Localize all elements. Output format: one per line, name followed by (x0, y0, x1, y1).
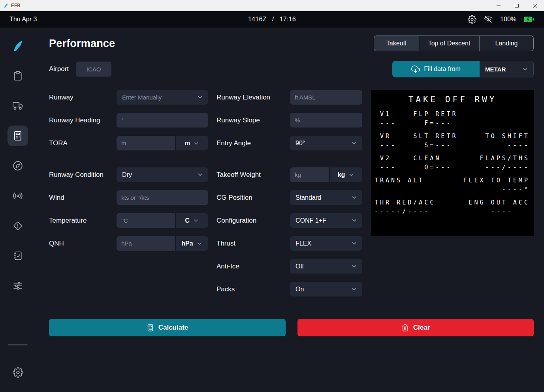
close-button[interactable] (526, 0, 544, 11)
sidebar-item-checklist[interactable] (8, 246, 28, 266)
minimize-icon (497, 6, 501, 6)
mcdu-title: TAKE OFF RWY (375, 95, 531, 104)
takeoff-weight-field: kg (290, 167, 362, 182)
tora-unit-value: m (184, 140, 190, 147)
gear-icon (13, 367, 23, 378)
runway-label: Runway (49, 90, 117, 105)
fill-source-value: METAR (485, 66, 506, 73)
packs-label: Packs (208, 282, 290, 296)
mcdu-v1-row: V1 FLP RETR --- F=--- (375, 110, 531, 128)
runway-heading-input[interactable] (117, 113, 208, 128)
chevron-down-icon (351, 217, 358, 224)
sidebar-item-alerts[interactable] (8, 216, 28, 236)
qnh-field: hPa (117, 236, 208, 251)
cg-position-select[interactable]: Standard (290, 190, 362, 205)
anti-ice-value: Off (296, 263, 304, 270)
calculate-button[interactable]: Calculate (49, 319, 286, 336)
runway-elevation-input[interactable] (290, 90, 362, 105)
configuration-select[interactable]: CONF 1+F (290, 213, 362, 228)
sidebar-item-settings[interactable] (8, 362, 28, 383)
chevron-down-icon (351, 263, 358, 270)
chevron-down-icon (351, 286, 358, 293)
cg-position-value: Standard (296, 194, 321, 201)
anti-ice-select[interactable]: Off (290, 259, 362, 274)
mcdu-vr-row: VR SLT RETR TO SHIFT --- S=--- ---- (375, 132, 531, 150)
close-icon (533, 4, 537, 8)
airport-label: Airport (49, 65, 69, 73)
page-title: Performance (49, 38, 115, 50)
qnh-input[interactable] (117, 236, 175, 251)
calculator-icon (147, 324, 154, 332)
cloud-download-icon (411, 65, 420, 73)
sidebar-item-radio[interactable] (8, 186, 28, 206)
sidebar-divider (8, 344, 28, 345)
calculator-icon (13, 131, 23, 141)
clear-button[interactable]: Clear (297, 319, 534, 336)
logo-wing-icon (11, 38, 24, 53)
tora-field: m (117, 136, 208, 150)
chevron-down-icon (351, 240, 358, 247)
runway-condition-label: Runway Condition (49, 167, 117, 182)
mcdu-thr-red-row: THR RED/ACC ENG OUT ACC -----/---- ---- (375, 198, 531, 216)
temperature-field: C (117, 213, 208, 228)
performance-form: Runway Enter Manually Runway Elevation R… (49, 90, 362, 296)
maximize-icon (515, 4, 519, 8)
sidebar-item-navigation[interactable] (8, 156, 28, 176)
chevron-down-icon (197, 171, 203, 178)
temperature-input[interactable] (117, 213, 175, 228)
status-bar: Thu Apr 3 1416Z/17:16 100% (0, 11, 544, 28)
truck-icon (13, 101, 23, 111)
airport-icao-input[interactable]: ICAO (76, 62, 111, 77)
takeoff-weight-input[interactable] (290, 167, 329, 182)
qnh-unit-select[interactable]: hPa (175, 236, 208, 251)
maximize-button[interactable] (508, 0, 526, 11)
wind-input[interactable] (117, 190, 208, 205)
tab-takeoff[interactable]: Takeoff (374, 36, 419, 51)
chevron-down-icon (196, 240, 203, 247)
takeoff-weight-unit-value: kg (338, 171, 345, 178)
qnh-unit-value: hPa (181, 240, 193, 247)
wind-label: Wind (49, 190, 117, 205)
sidebar-item-settings-sliders[interactable] (8, 276, 28, 296)
main-content: Performance Takeoff Top of Descent Landi… (36, 28, 544, 392)
runway-value: Enter Manually (122, 94, 162, 101)
time-separator: / (272, 16, 274, 23)
fill-data-button[interactable]: Fill data from (392, 61, 480, 77)
packs-select[interactable]: On (290, 282, 362, 296)
checklist-icon (13, 251, 23, 261)
thrust-value: FLEX (296, 240, 311, 247)
takeoff-weight-unit-select[interactable]: kg (329, 167, 362, 182)
runway-slope-input[interactable] (290, 113, 362, 128)
sliders-icon (13, 281, 23, 291)
fill-source-select[interactable]: METAR (480, 61, 534, 77)
thrust-label: Thrust (208, 236, 290, 251)
anti-ice-label: Anti-Ice (208, 259, 290, 274)
tora-label: TORA (49, 136, 117, 150)
radio-icon (13, 191, 23, 201)
alert-diamond-icon (13, 221, 23, 231)
entry-angle-value: 90° (296, 140, 305, 147)
chevron-down-icon (351, 140, 358, 146)
minimize-button[interactable] (489, 0, 508, 11)
empty-cell (117, 259, 208, 274)
sidebar (0, 28, 36, 392)
tora-input[interactable] (117, 136, 175, 150)
entry-angle-select[interactable]: 90° (290, 136, 362, 150)
runway-condition-select[interactable]: Dry (117, 167, 208, 182)
sidebar-item-flightplan[interactable] (8, 66, 28, 86)
app-logo[interactable] (8, 36, 28, 56)
tab-landing[interactable]: Landing (479, 36, 533, 51)
window-titlebar: EFB (0, 0, 544, 11)
tora-unit-select[interactable]: m (175, 136, 208, 150)
runway-slope-label: Runway Slope (208, 113, 290, 128)
temperature-unit-select[interactable]: C (175, 213, 208, 228)
status-clock: 1416Z/17:16 (0, 16, 544, 23)
chevron-down-icon (197, 94, 203, 101)
mcdu-trans-alt-row: TRANS ALT FLEX TO TEMP ----° (375, 176, 531, 194)
sidebar-item-performance[interactable] (8, 126, 28, 146)
runway-select[interactable]: Enter Manually (117, 90, 208, 105)
thrust-select[interactable]: FLEX (290, 236, 362, 251)
mcdu-takeoff-display: TAKE OFF RWY V1 FLP RETR --- F=--- VR SL… (371, 90, 534, 236)
tab-top-of-descent[interactable]: Top of Descent (419, 36, 479, 51)
sidebar-item-ground-services[interactable] (8, 96, 28, 116)
